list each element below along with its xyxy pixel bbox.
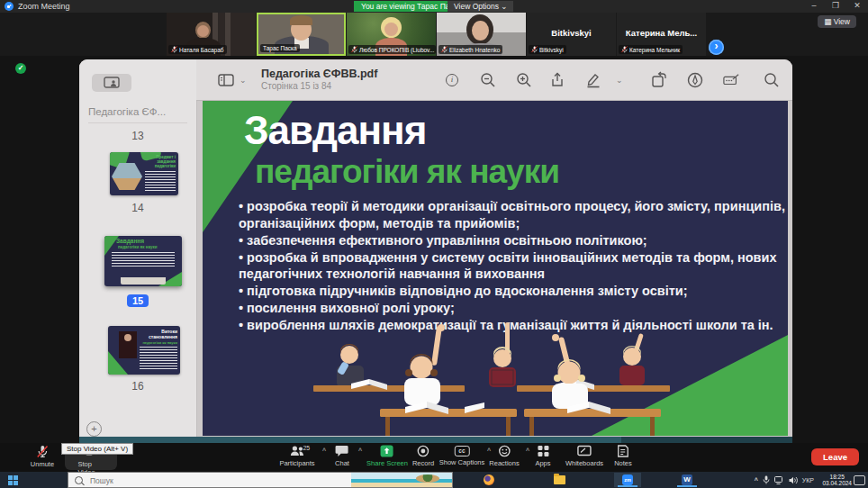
markup-pen-icon[interactable] (687, 72, 703, 88)
pdf-toolbar: ⌄ Педагогіка ЄФВВ.pdf Сторінка 15 із 84 … (196, 59, 792, 101)
participants-button[interactable]: Participants 25 (279, 445, 314, 467)
window-titlebar: Zoom Meeting You are viewing Тарас Паска… (0, 0, 868, 13)
pdf-thumbnail-sidebar: Педагогіка ЄФ... 13 Предмет і завдання п… (79, 59, 197, 441)
zoom-out-icon[interactable] (480, 72, 496, 88)
participant-tile[interactable]: Bitkivskyi Bitkivskyi (527, 13, 616, 56)
smiley-icon (498, 445, 511, 457)
muted-mic-icon (531, 46, 538, 53)
time: 18:25 (822, 474, 852, 481)
network-icon[interactable] (774, 476, 784, 484)
taskbar-firefox[interactable] (475, 473, 502, 487)
window-title: Zoom Meeting (18, 2, 70, 11)
zoom-in-icon[interactable] (516, 72, 532, 88)
chevron-up-icon[interactable]: ^ (322, 447, 326, 454)
hidden-icons-chevron[interactable]: ^ (755, 477, 758, 483)
page-thumbnail-15-selected[interactable]: Завдання педагогіки як науки (104, 236, 182, 286)
notification-center-icon[interactable] (854, 475, 865, 485)
apps-button[interactable]: Apps (535, 445, 550, 467)
participant-tile[interactable]: Катерина Мель... Катерина Мельник (617, 13, 706, 56)
add-page-button[interactable]: + (86, 421, 102, 437)
pdf-page-status: Сторінка 15 із 84 (261, 81, 331, 91)
cc-icon: cc (454, 446, 469, 456)
slide-bullet: розробка й впровадження у систему освіти… (239, 249, 788, 284)
show-captions-button[interactable]: cc Show Captions (439, 445, 484, 466)
chevron-up-icon[interactable]: ^ (358, 447, 362, 454)
rotate-icon[interactable] (651, 72, 667, 88)
screen-person-icon (104, 77, 120, 89)
participant-tile-active-speaker[interactable]: Тарас Паска (257, 13, 346, 56)
chat-icon (336, 445, 349, 457)
participant-tile[interactable]: Наталя Басараб (167, 13, 256, 56)
avatar (197, 25, 209, 37)
tray-mic-icon[interactable] (763, 475, 770, 484)
page-thumbnail-16[interactable]: Витоки становлення педагогіки як науки (108, 326, 180, 375)
search-input[interactable] (88, 474, 317, 488)
leave-button[interactable]: Leave (811, 448, 859, 465)
taskbar-word[interactable]: W (674, 473, 701, 487)
page-thumbnail-14[interactable]: Предмет і завдання педагогіки (110, 152, 178, 195)
search-icon[interactable] (764, 72, 780, 88)
avatar (290, 15, 312, 25)
participant-tile[interactable]: Elizabeth Hnatenko (437, 13, 526, 56)
search-icon (75, 476, 83, 484)
participants-count: 25 (303, 445, 310, 451)
maximize-button[interactable]: ❐ (828, 1, 843, 10)
page-number-label: 14 (79, 202, 196, 214)
participant-name-label: Тарас Паска (260, 44, 300, 52)
share-screen-button[interactable]: Share Screen (366, 445, 408, 467)
screen: { "titlebar": { "app_title": "Zoom Meeti… (0, 0, 868, 488)
language-indicator[interactable]: УКР (802, 477, 814, 483)
pdf-document-title: Педагогіка ЄФВВ.pdf (261, 68, 377, 80)
reactions-button[interactable]: Reactions (489, 445, 519, 467)
notes-button[interactable]: Notes (614, 445, 632, 467)
info-icon[interactable]: i (446, 74, 458, 86)
participant-tile[interactable]: Любов ПРОКОПІВ (Liubov... (347, 13, 436, 56)
participant-display-name: Bitkivskyi (527, 28, 616, 38)
thumbnail-text (112, 252, 175, 267)
chat-button[interactable]: Chat (335, 445, 349, 467)
highlighter-icon[interactable] (585, 72, 601, 88)
thumbnail-title: Завдання (116, 238, 144, 244)
avatar (384, 23, 398, 36)
zoom-icon: zm (622, 474, 633, 485)
muted-mic-icon (35, 445, 49, 458)
whiteboards-button[interactable]: Whiteboards (565, 445, 603, 467)
speaker-icon[interactable] (789, 476, 798, 484)
slide-canvas: Завдання педагогіки як науки розробка те… (203, 101, 788, 436)
taskbar-file-explorer[interactable] (546, 473, 573, 487)
sidebar-toggle-icon[interactable] (218, 72, 234, 88)
taskbar-zoom-active[interactable]: zm (614, 473, 641, 487)
share-export-icon[interactable] (549, 72, 565, 88)
sidebar-document-title: Педагогіка ЄФ... (88, 106, 187, 123)
slide-title: Завдання (244, 108, 426, 153)
close-button[interactable]: ✕ (850, 1, 864, 10)
stop-video-tooltip: Stop Video (Alt+ V) (61, 443, 133, 455)
record-button[interactable]: Record (412, 445, 434, 467)
minimize-button[interactable]: – (807, 1, 821, 10)
participant-display-name: Катерина Мель... (617, 28, 706, 38)
status-check-icon: ✓ (15, 63, 26, 74)
avatar (472, 21, 489, 41)
view-layout-button[interactable]: ▦ View (818, 15, 856, 28)
muted-mic-icon (441, 46, 448, 53)
next-participants-button[interactable]: › (709, 40, 724, 55)
notes-icon (618, 445, 629, 457)
chevron-up-icon[interactable]: ^ (526, 447, 529, 454)
form-fill-icon[interactable] (723, 72, 739, 88)
thumbnail-photo (121, 274, 166, 285)
slide-subtitle: педагогіки як науки (255, 153, 559, 191)
sidebar-view-toggle-button[interactable] (92, 74, 131, 92)
thumbnail-text (140, 347, 177, 370)
whiteboard-icon (577, 445, 592, 457)
zoom-control-bar: Unmute ^ Stop Video Stop Video (Alt+ V) … (0, 443, 868, 472)
record-icon (417, 445, 429, 457)
chevron-down-icon[interactable]: ⌄ (240, 76, 247, 85)
start-button[interactable] (0, 472, 25, 488)
selected-page-badge: 15 (79, 292, 196, 308)
chevron-down-icon[interactable]: ⌄ (616, 76, 623, 85)
taskbar-clock[interactable]: 18:25 03.04.2024 (822, 474, 852, 487)
unmute-button[interactable]: Unmute (31, 445, 54, 468)
search-highlight-image[interactable] (351, 473, 452, 487)
view-options-button[interactable]: View Options ⌄ (448, 1, 513, 12)
taskbar-search[interactable] (68, 472, 453, 488)
